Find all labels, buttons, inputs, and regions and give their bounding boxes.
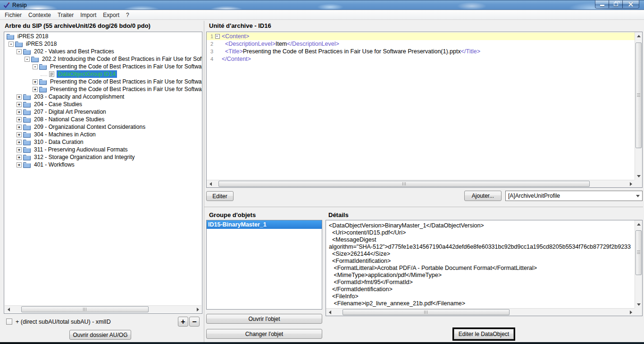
expand-icon[interactable]: + xyxy=(17,162,22,168)
folder-icon xyxy=(39,79,47,85)
line-number: 1 xyxy=(207,34,214,39)
expand-icon[interactable]: + xyxy=(17,132,22,137)
object-group-list[interactable]: ID15-BinaryMaster_1 xyxy=(206,220,322,310)
tree-node-label: iPRES 2018 xyxy=(16,33,50,40)
details-horizontal-scrollbar[interactable] xyxy=(326,308,635,316)
tree-node[interactable]: +Presenting the Code of Best Practices i… xyxy=(4,85,202,93)
subau-xmlid-checkbox[interactable] xyxy=(6,319,12,325)
tree-node[interactable]: +310 - Data Curation xyxy=(4,138,202,146)
scrollbar-thumb[interactable] xyxy=(636,42,642,149)
tree-node-label: 202.2 Introducing the Code of Best Pract… xyxy=(41,55,202,63)
tree-node-label: 202 - Values and Best Practices xyxy=(33,48,116,55)
expand-icon[interactable]: + xyxy=(17,109,22,115)
code-line[interactable]: 4</Content> xyxy=(207,55,635,63)
tree-node[interactable]: iPRES 2018 xyxy=(4,33,202,40)
pane-divider-horizontal[interactable] xyxy=(204,207,643,207)
tree-node[interactable]: +Presenting the Code of Best Practices i… xyxy=(4,78,202,85)
tree-node[interactable]: +312 - Storage Organization and Integrit… xyxy=(4,153,202,161)
expand-icon[interactable]: + xyxy=(17,155,22,160)
code-line[interactable]: 2 <DescriptionLevel>Item</DescriptionLev… xyxy=(207,40,635,48)
object-group-icon xyxy=(49,71,55,77)
tree-node[interactable]: +311 - Preserving Audiovisual Formats xyxy=(4,146,202,153)
expand-icon[interactable]: + xyxy=(17,140,22,145)
subau-xmlid-checkbox-label: + (direct subAU/total subAU) - xmlID xyxy=(16,319,111,325)
restore-button[interactable] xyxy=(609,0,623,8)
sip-tree: iPRES 2018-iPRES 2018-202 - Values and B… xyxy=(4,33,202,305)
menu-fichier[interactable]: Fichier xyxy=(1,10,25,20)
tree-node[interactable]: +209 - Organizational Context Considerat… xyxy=(4,123,202,131)
tree-node[interactable]: -Presenting the Code of Best Practices i… xyxy=(4,63,202,70)
expand-icon[interactable]: + xyxy=(17,117,22,122)
expand-icon[interactable]: + xyxy=(33,87,38,92)
scroll-right-arrow[interactable] xyxy=(627,180,635,188)
scroll-left-arrow[interactable] xyxy=(5,306,12,313)
scroll-up-arrow[interactable] xyxy=(635,220,643,228)
tree-node[interactable]: +401 - Workflows xyxy=(4,161,202,168)
details-line: <Filename>ip2_livre_annexe_21b.pdf</File… xyxy=(329,300,632,307)
tree-horizontal-scrollbar[interactable] xyxy=(5,305,201,313)
profile-dropdown[interactable]: [A]ArchiveUnitProfile xyxy=(505,191,643,201)
scrollbar-thumb[interactable] xyxy=(218,181,590,187)
collapse-icon[interactable]: - xyxy=(8,42,14,47)
expand-icon[interactable]: + xyxy=(33,79,38,84)
tree-node[interactable]: +204 - Case Studies xyxy=(4,101,202,108)
scrollbar-thumb[interactable] xyxy=(636,230,642,275)
fold-collapse-icon[interactable] xyxy=(214,33,221,40)
details-vertical-scrollbar[interactable] xyxy=(635,220,642,308)
editor-vertical-scrollbar[interactable] xyxy=(635,32,642,180)
expand-icon[interactable]: + xyxy=(17,125,22,130)
editor-horizontal-scrollbar[interactable] xyxy=(207,180,635,187)
collapse-icon[interactable]: - xyxy=(25,57,30,62)
scroll-right-arrow[interactable] xyxy=(627,309,635,316)
menu-traiter[interactable]: Traiter xyxy=(54,10,77,20)
scroll-left-arrow[interactable] xyxy=(326,309,334,316)
expand-icon[interactable]: + xyxy=(17,94,22,100)
pane-divider-vertical[interactable] xyxy=(204,21,204,342)
tree-node[interactable]: -202 - Values and Best Practices xyxy=(4,48,202,55)
scroll-right-arrow[interactable] xyxy=(194,306,201,313)
object-group-header: Groupe d'objets xyxy=(209,211,256,218)
scroll-left-arrow[interactable] xyxy=(207,180,214,188)
scroll-down-arrow[interactable] xyxy=(635,172,643,180)
tree-node-label: 203 - Capacity and Accomplishment xyxy=(33,93,125,101)
menu-contexte[interactable]: Contexte xyxy=(25,10,54,20)
open-au-og-folder-button[interactable]: Ouvrir dossier AU/OG xyxy=(69,330,131,340)
edit-dataobject-button[interactable]: Editer le DataObject xyxy=(454,329,514,339)
tree-node[interactable]: -202.2 Introducing the Code of Best Prac… xyxy=(4,55,202,63)
folder-icon xyxy=(23,124,31,130)
details-line: <MessageDigest xyxy=(329,236,632,243)
list-item[interactable]: ID15-BinaryMaster_1 xyxy=(207,220,322,229)
tree-node[interactable]: +207 - Digital Art Preservation xyxy=(4,108,202,116)
tree-node[interactable]: -iPRES 2018 xyxy=(4,40,202,48)
code-line[interactable]: 3 <Title>Presenting the Code of Best Pra… xyxy=(207,48,635,55)
scrollbar-thumb[interactable] xyxy=(343,309,510,315)
change-object-button[interactable]: Changer l'objet xyxy=(206,329,322,339)
line-number: 3 xyxy=(207,49,214,54)
xml-editor[interactable]: 1<Content>2 <DescriptionLevel>Item</Desc… xyxy=(207,33,635,180)
collapse-icon[interactable]: - xyxy=(33,64,38,69)
minimize-button[interactable] xyxy=(595,0,609,8)
xml-editor-panel: 1<Content>2 <DescriptionLevel>Item</Desc… xyxy=(206,32,643,188)
code-line[interactable]: 1<Content> xyxy=(207,33,635,40)
close-button[interactable] xyxy=(622,0,639,8)
title-bar[interactable]: Resip xyxy=(0,0,644,10)
scroll-up-arrow[interactable] xyxy=(635,32,643,40)
menu-help[interactable]: ? xyxy=(123,10,133,20)
add-node-button[interactable]: + xyxy=(178,317,188,327)
expand-icon[interactable]: + xyxy=(17,102,22,107)
details-line: <MimeType>application/pdf</MimeType> xyxy=(329,272,632,279)
open-object-button[interactable]: Ouvrir l'objet xyxy=(206,314,322,324)
menu-export[interactable]: Export xyxy=(100,10,123,20)
expand-icon[interactable]: + xyxy=(17,147,22,152)
collapse-icon[interactable]: - xyxy=(17,49,22,54)
add-button[interactable]: Ajouter... xyxy=(464,191,502,201)
scroll-down-arrow[interactable] xyxy=(635,301,643,308)
menu-import[interactable]: Import xyxy=(77,10,100,20)
tree-node[interactable]: +203 - Capacity and Accomplishment xyxy=(4,93,202,101)
tree-node[interactable]: +208 - National Case Studies xyxy=(4,116,202,123)
tree-node[interactable]: +304 - Machines in Action xyxy=(4,131,202,138)
scrollbar-thumb[interactable] xyxy=(21,306,149,312)
edit-button[interactable]: Editer xyxy=(206,191,234,201)
remove-node-button[interactable]: − xyxy=(189,317,200,327)
tree-node[interactable]: DataObjectGroup ID14 xyxy=(4,70,202,78)
